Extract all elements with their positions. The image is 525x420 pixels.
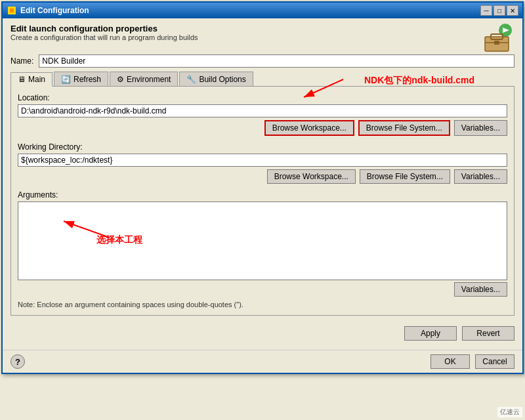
location-variables-button[interactable]: Variables... [454, 120, 507, 136]
location-label: Location: [18, 93, 507, 102]
title-bar: Edit Configuration ─ □ ✕ [3, 3, 522, 18]
tab-refresh-icon: 🔄 [61, 75, 71, 84]
tab-main[interactable]: 🖥 Main [10, 72, 52, 87]
window-title: Edit Configuration [20, 6, 89, 15]
arguments-group: Arguments: 选择本工程 [18, 190, 507, 297]
window-body: Edit launch configuration properties Cre… [3, 18, 522, 350]
cancel-button[interactable]: Cancel [475, 354, 514, 369]
working-directory-input[interactable] [18, 154, 507, 167]
title-bar-left: Edit Configuration [7, 5, 89, 16]
arguments-variables-button[interactable]: Variables... [454, 282, 507, 297]
watermark: 亿速云 [497, 407, 522, 417]
name-label: Name: [10, 56, 33, 66]
ok-cancel-buttons: OK Cancel [430, 354, 514, 369]
window-header: Edit launch configuration properties Cre… [10, 24, 514, 54]
arguments-label: Arguments: [18, 190, 507, 200]
tab-refresh-label: Refresh [74, 75, 101, 84]
tab-main-label: Main [28, 75, 45, 84]
arguments-wrapper: 选择本工程 [18, 201, 507, 282]
ok-button[interactable]: OK [430, 354, 470, 369]
apply-revert-buttons: Apply Revert [10, 322, 514, 345]
maximize-button[interactable]: □ [494, 5, 505, 16]
header-subtitle: Create a configuration that will run a p… [10, 33, 198, 41]
tab-environment-icon: ⚙ [117, 75, 124, 84]
tab-build-options[interactable]: 🔧 Build Options [179, 72, 253, 86]
name-row: Name: [10, 54, 514, 68]
working-directory-label: Working Directory: [18, 142, 507, 152]
location-browse-file-system-button[interactable]: Browse File System... [358, 120, 450, 136]
tab-build-options-icon: 🔧 [186, 75, 196, 84]
tab-refresh[interactable]: 🔄 Refresh [54, 72, 108, 86]
working-directory-group: Working Directory: Browse Workspace... B… [18, 142, 507, 184]
main-panel: NDK包下的ndk-build.cmd Location: Browse Wor… [10, 86, 514, 316]
minimize-button[interactable]: ─ [480, 5, 492, 16]
window-icon [7, 5, 17, 16]
location-browse-workspace-button[interactable]: Browse Workspace... [264, 120, 354, 136]
tabs-container: 🖥 Main 🔄 Refresh ⚙ Environment 🔧 Build O… [10, 72, 514, 86]
working-directory-buttons: Browse Workspace... Browse File System..… [18, 169, 507, 184]
working-directory-variables-button[interactable]: Variables... [454, 169, 507, 184]
name-input[interactable] [39, 54, 514, 68]
edit-configuration-window: Edit Configuration ─ □ ✕ Edit launch con… [1, 1, 524, 374]
apply-button[interactable]: Apply [404, 326, 457, 341]
location-buttons: Browse Workspace... Browse File System..… [18, 120, 507, 136]
arguments-buttons: Variables... [18, 282, 507, 297]
working-directory-browse-file-system-button[interactable]: Browse File System... [360, 169, 450, 184]
svg-rect-7 [494, 41, 499, 45]
header-title: Edit launch configuration properties [10, 24, 198, 33]
location-input[interactable] [18, 104, 507, 117]
location-group: Location: Browse Workspace... Browse Fil… [18, 93, 507, 136]
arguments-textarea[interactable] [18, 201, 507, 280]
header-text: Edit launch configuration properties Cre… [10, 24, 198, 41]
arguments-note: Note: Enclose an argument containing spa… [18, 301, 507, 308]
svg-rect-1 [10, 9, 14, 12]
tab-main-icon: 🖥 [18, 75, 26, 84]
tab-environment-label: Environment [127, 75, 171, 84]
revert-button[interactable]: Revert [462, 326, 514, 341]
tab-environment[interactable]: ⚙ Environment [110, 72, 178, 86]
tab-build-options-label: Build Options [199, 75, 245, 84]
briefcase-icon [482, 24, 514, 54]
title-bar-buttons: ─ □ ✕ [480, 5, 518, 16]
close-button[interactable]: ✕ [507, 5, 518, 16]
help-button[interactable]: ? [10, 354, 25, 369]
bottom-row: ? OK Cancel [3, 350, 522, 373]
working-directory-browse-workspace-button[interactable]: Browse Workspace... [267, 169, 356, 184]
